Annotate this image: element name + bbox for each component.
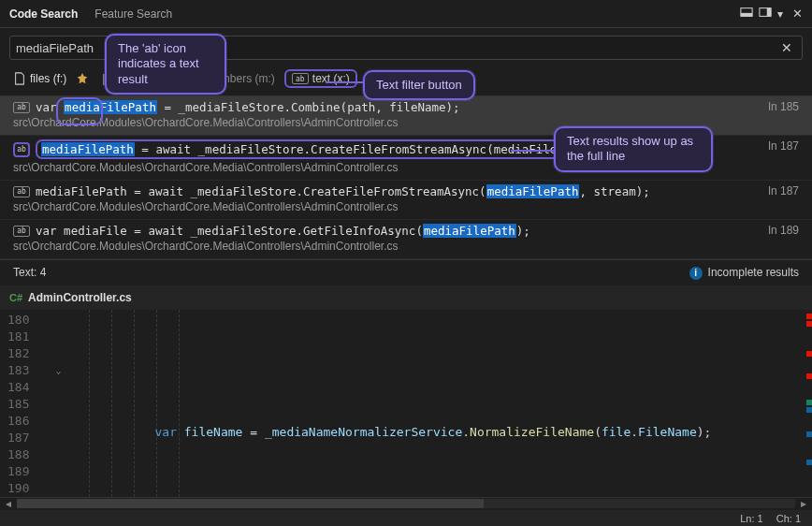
- fold-column[interactable]: ⌄: [46, 310, 70, 497]
- result-item[interactable]: ab mediaFilePath = await _mediaFileStore…: [0, 181, 812, 220]
- status-line: Ln: 1: [740, 513, 762, 524]
- results-list: ab var mediaFilePath = _mediaFileStore.C…: [0, 95, 812, 259]
- scroll-left-icon[interactable]: ◂: [6, 497, 11, 510]
- text-count: Text: 4: [13, 266, 46, 279]
- result-item[interactable]: ab var mediaFile = await _mediaFileStore…: [0, 220, 812, 259]
- result-code: var mediaFilePath = _mediaFileStore.Comb…: [36, 100, 460, 114]
- annotation-ab-icon: The 'ab' icon indicates a text result: [105, 34, 226, 95]
- ab-icon: ab: [13, 186, 30, 197]
- code-area[interactable]: var fileName = _mediaNameNormalizerServi…: [70, 310, 812, 497]
- ab-icon: ab: [13, 102, 30, 113]
- result-line-number: ln 187: [768, 139, 799, 153]
- annotation-connector: [511, 150, 554, 152]
- incomplete-results: iIncomplete results: [689, 266, 799, 280]
- ab-icon: ab: [13, 226, 30, 237]
- results-status: Text: 4 iIncomplete results: [0, 259, 812, 285]
- filter-files[interactable]: files (f:): [13, 72, 66, 85]
- editor-file-header: C# AdminController.cs: [0, 285, 812, 310]
- svg-rect-1: [741, 13, 752, 17]
- status-bar: Ln: 1 Ch: 1: [0, 510, 812, 527]
- tab-feature-search[interactable]: Feature Search: [94, 7, 172, 21]
- annotation-full-line: Text results show up as the full line: [554, 126, 713, 172]
- ab-icon: ab: [292, 73, 309, 84]
- status-col: Ch: 1: [776, 513, 801, 524]
- clear-search-icon[interactable]: ✕: [777, 40, 796, 55]
- filter-text[interactable]: ab text (x:): [284, 69, 357, 88]
- line-gutter: 180 181 182 183 184 185 186 187 188 189 …: [0, 310, 46, 497]
- ab-icon: ab: [13, 142, 30, 157]
- result-line-number: ln 185: [768, 100, 799, 113]
- horizontal-scrollbar[interactable]: ◂ ▸: [0, 497, 812, 510]
- dock-side-icon[interactable]: [759, 6, 772, 22]
- csharp-badge-icon: C#: [9, 292, 22, 303]
- annotation-text-filter: Text filter button: [363, 70, 475, 100]
- result-line-number: ln 187: [768, 184, 799, 197]
- svg-rect-3: [767, 8, 771, 17]
- result-code: mediaFilePath = await _mediaFileStore.Cr…: [36, 184, 650, 198]
- result-line-number: ln 189: [768, 224, 799, 237]
- dropdown-icon[interactable]: ▾: [777, 7, 783, 21]
- title-bar: Code Search Feature Search ▾ ✕: [0, 0, 812, 28]
- chevron-down-icon[interactable]: ⌄: [55, 365, 61, 375]
- filter-pin-icon[interactable]: [76, 72, 89, 85]
- code-editor[interactable]: 180 181 182 183 184 185 186 187 188 189 …: [0, 310, 812, 497]
- info-icon: i: [689, 267, 703, 280]
- file-name: AdminController.cs: [28, 291, 132, 304]
- close-icon[interactable]: ✕: [792, 7, 803, 21]
- tab-code-search[interactable]: Code Search: [9, 7, 78, 21]
- result-path: src\OrchardCore.Modules\OrchardCore.Medi…: [13, 200, 799, 213]
- result-code: var mediaFile = await _mediaFileStore.Ge…: [36, 224, 530, 238]
- dock-icon[interactable]: [740, 6, 753, 22]
- scroll-right-icon[interactable]: ▸: [801, 497, 806, 510]
- scrollbar-thumb[interactable]: [17, 499, 484, 508]
- overview-ruler[interactable]: [805, 310, 812, 497]
- annotation-connector: [326, 81, 363, 83]
- result-path: src\OrchardCore.Modules\OrchardCore.Medi…: [13, 240, 799, 253]
